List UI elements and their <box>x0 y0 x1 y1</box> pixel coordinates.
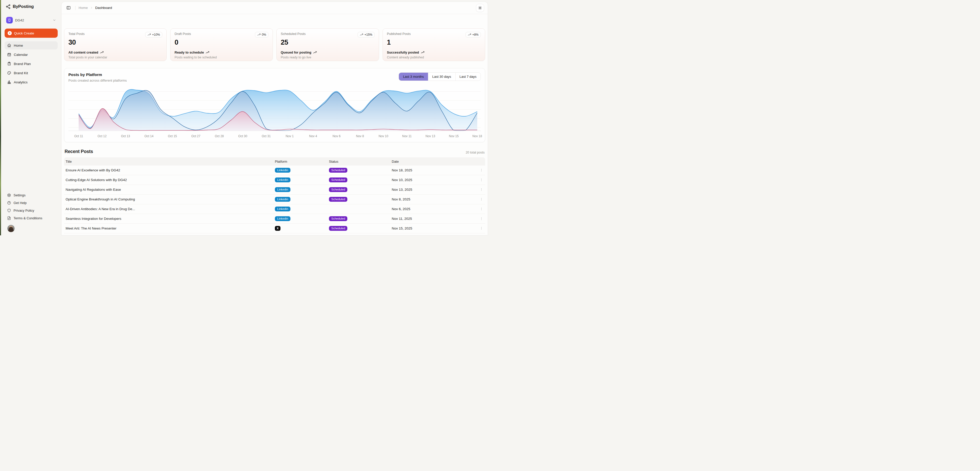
topbar: Home Dashboard <box>62 2 488 14</box>
stat-value: 0 <box>175 38 269 46</box>
sidebar-item-calendar[interactable]: Calendar <box>5 51 58 59</box>
sidebar-item-settings[interactable]: Settings <box>5 192 58 199</box>
stat-link[interactable]: Queued for posting <box>281 51 375 54</box>
table-row[interactable]: AI-Driven Antibodies: A New Era in Drug … <box>64 204 485 214</box>
table-row[interactable]: Optical Engine Breakthrough in AI Comput… <box>64 195 485 204</box>
row-menu-button[interactable] <box>478 186 485 193</box>
trend-value: +8% <box>473 33 479 36</box>
sidebar-item-label: Terms & Conditions <box>14 216 42 220</box>
area-chart: Oct 11Oct 12Oct 13Oct 14Oct 15Oct 27Oct … <box>68 86 481 140</box>
x-axis-tick-label: Oct 15 <box>168 135 177 138</box>
stat-card-scheduled-posts: Scheduled Posts +15% 25 Queued for posti… <box>277 28 379 61</box>
file-text-icon <box>7 216 11 220</box>
post-platform-cell: Linkedin <box>274 178 328 182</box>
post-date: Nov 8, 2025 <box>391 197 460 201</box>
row-menu-button[interactable] <box>478 167 485 174</box>
post-title: Seamless Integration for Developers <box>65 217 274 220</box>
x-axis-tick-label: Oct 31 <box>262 135 270 138</box>
trending-up-icon <box>421 51 425 54</box>
stat-link-label: Queued for posting <box>281 51 311 54</box>
brand: ByPosting <box>5 3 58 10</box>
ellipsis-vertical-icon <box>479 178 484 182</box>
workspace-switcher[interactable]: DG42 <box>5 16 58 24</box>
table-body: Ensure AI Excellence with By DG42 Linked… <box>64 165 485 235</box>
user-avatar[interactable] <box>7 225 15 232</box>
x-axis-tick-label: Nov 11 <box>402 135 412 138</box>
column-header-date: Date <box>391 160 460 163</box>
post-date: Nov 18, 2025 <box>391 168 460 172</box>
sidebar-item-label: Get Help <box>14 201 27 205</box>
trending-up-icon <box>100 51 103 54</box>
status-badge: Scheduled <box>329 168 347 173</box>
post-date: Nov 13, 2025 <box>391 188 460 192</box>
stat-description: Posts ready to go live <box>281 56 375 59</box>
posts-by-platform-card: Posts by Platform Posts created across d… <box>64 68 485 142</box>
x-axis-tick-label: Oct 28 <box>215 135 224 138</box>
stat-link-label: Successfully posted <box>387 51 419 54</box>
stat-link[interactable]: Successfully posted <box>387 51 481 54</box>
post-date: Nov 15, 2025 <box>391 227 460 230</box>
row-menu-button[interactable] <box>478 177 485 183</box>
quick-create-button[interactable]: Quick Create <box>5 29 58 38</box>
row-menu-button[interactable] <box>478 225 485 232</box>
table-row[interactable]: The Future of AI and Healthcare Linkedin… <box>64 233 485 235</box>
main-panel: Home Dashboard Total Posts +10% 30 All c… <box>61 2 488 235</box>
row-menu-button[interactable] <box>478 206 485 213</box>
recent-posts-section: Recent Posts 20 total posts TitlePlatfor… <box>64 149 485 235</box>
ellipsis-vertical-icon <box>479 168 484 172</box>
row-menu-button[interactable] <box>478 235 485 235</box>
sidebar-item-get-help[interactable]: Get Help <box>5 199 58 206</box>
recent-posts-title: Recent Posts <box>65 149 93 154</box>
chevron-down-icon <box>52 18 56 22</box>
chart-header: Posts by Platform Posts created across d… <box>68 73 481 82</box>
table-row[interactable]: Seamless Integration for Developers Link… <box>64 214 485 224</box>
post-platform-cell: Linkedin <box>274 197 328 202</box>
range-button-last-30-days[interactable]: Last 30 days <box>428 73 455 81</box>
sidebar-item-terms-conditions[interactable]: Terms & Conditions <box>5 214 58 222</box>
sidebar-item-label: Analytics <box>14 80 27 84</box>
x-axis-tick-label: Nov 1 <box>286 135 293 138</box>
plus-circle-icon <box>8 31 12 35</box>
calendar-icon <box>7 52 11 57</box>
table-row[interactable]: Navigating AI Regulations with Ease Link… <box>64 185 485 195</box>
workspace-avatar <box>6 17 13 24</box>
table-row[interactable]: Cutting-Edge AI Solutions with By DG42 L… <box>64 175 485 185</box>
table-row[interactable]: Ensure AI Excellence with By DG42 Linked… <box>64 165 485 175</box>
sidebar-item-brand-plan[interactable]: Brand Plan <box>5 60 58 68</box>
x-axis-tick-label: Nov 4 <box>309 135 317 138</box>
theme-toggle-button[interactable] <box>476 4 484 12</box>
platform-badge: Linkedin <box>275 216 290 221</box>
trend-value: 0% <box>262 33 266 36</box>
sidebar-item-label: Settings <box>14 193 25 197</box>
x-axis-tick-label: Nov 18 <box>473 135 482 138</box>
post-platform-cell: Linkedin <box>274 216 328 221</box>
status-badge: Scheduled <box>329 197 347 202</box>
trending-up-icon <box>148 33 151 36</box>
share-logo-icon <box>6 4 11 9</box>
sidebar-item-label: Brand Kit <box>14 71 28 75</box>
post-platform-cell: Linkedin <box>274 187 328 192</box>
stat-link[interactable]: All content created <box>68 51 162 54</box>
sidebar: ByPosting DG42 Quick Create HomeCalendar… <box>1 0 61 235</box>
sidebar-nav: HomeCalendarBrand PlanBrand KitAnalytics <box>5 41 58 86</box>
row-menu-button[interactable] <box>478 216 485 222</box>
range-button-last-7-days[interactable]: Last 7 days <box>455 73 481 81</box>
post-title: Cutting-Edge AI Solutions with By DG42 <box>65 178 274 182</box>
breadcrumb-home[interactable]: Home <box>79 6 88 10</box>
sidebar-item-label: Home <box>14 44 23 48</box>
x-axis-tick-label: Nov 6 <box>332 135 340 138</box>
sidebar-item-privacy-policy[interactable]: Privacy Policy <box>5 207 58 214</box>
range-button-last-3-months[interactable]: Last 3 months <box>399 73 428 81</box>
stat-link[interactable]: Ready to schedule <box>175 51 269 54</box>
sidebar-item-analytics[interactable]: Analytics <box>5 78 58 86</box>
column-header-status: Status <box>328 160 391 163</box>
stat-description: Content already published <box>387 56 481 59</box>
sidebar-toggle-button[interactable] <box>65 4 72 12</box>
row-menu-button[interactable] <box>478 196 485 203</box>
table-row[interactable]: Meet Arti: The AI News Presenter X Sched… <box>64 224 485 233</box>
sidebar-item-home[interactable]: Home <box>5 41 58 49</box>
platform-badge: Linkedin <box>275 206 290 212</box>
trend-value: +15% <box>364 33 372 36</box>
sidebar-item-brand-kit[interactable]: Brand Kit <box>5 69 58 77</box>
platform-badge: Linkedin <box>275 187 290 192</box>
